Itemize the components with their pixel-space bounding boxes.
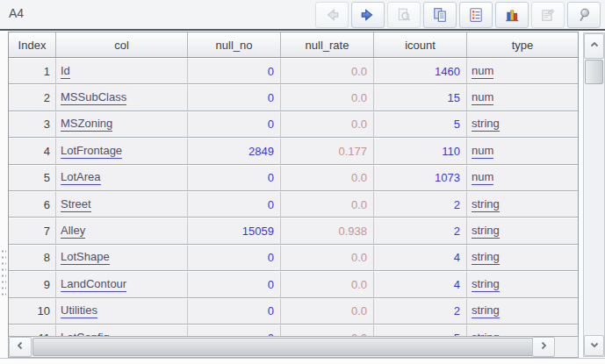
table-row: 8 LotShape 0 0.0 4 string (9, 245, 578, 271)
horizontal-scrollbar[interactable] (8, 336, 579, 358)
icount-cell: 5 (374, 325, 467, 336)
icount-cell: 4 (374, 245, 467, 271)
toolbar: A4 (0, 0, 605, 29)
column-name-link[interactable]: Alley (61, 224, 85, 239)
table-row: 1 Id 0 0.0 1460 num (9, 58, 578, 84)
null-rate-cell: 0.0 (281, 191, 374, 218)
column-name-link[interactable]: MSZoning (61, 117, 112, 132)
null-no-cell: 0 (188, 165, 281, 191)
column-name-cell: MSSubClass (56, 84, 188, 111)
scroll-up-button[interactable] (584, 33, 604, 59)
row-index-cell[interactable]: 5 (9, 165, 56, 191)
header-cell-null-rate[interactable]: null_rate (281, 32, 374, 57)
type-cell: string (467, 245, 578, 271)
preview-button[interactable] (387, 2, 421, 28)
table-row: 11 LotConfig 0 0.0 5 string (9, 325, 578, 336)
type-cell: string (467, 325, 578, 336)
table-row: 3 MSZoning 0 0.0 5 string (9, 111, 578, 138)
grid-rows: 1 Id 0 0.0 1460 num 2 MSSubClass 0 0.0 1… (9, 58, 578, 336)
row-index-cell[interactable]: 8 (9, 245, 56, 271)
header-cell-col[interactable]: col (56, 32, 188, 57)
type-cell: string (467, 218, 578, 244)
null-rate-cell: 0.0 (281, 58, 374, 84)
row-index-cell[interactable]: 2 (9, 84, 56, 111)
header-cell-icount[interactable]: icount (374, 32, 467, 57)
null-no-cell: 0 (188, 245, 281, 271)
column-name-cell: Alley (56, 218, 188, 244)
chart-button[interactable] (495, 2, 529, 28)
bar-chart-icon (504, 7, 520, 23)
row-index-cell[interactable]: 9 (9, 271, 56, 297)
push-pin-icon (576, 7, 592, 23)
null-rate-cell: 0.0 (281, 245, 374, 271)
icount-cell: 15 (374, 84, 467, 111)
null-no-cell: 0 (188, 191, 281, 218)
type-cell: string (467, 298, 578, 325)
pin-button[interactable] (567, 2, 601, 28)
type-link[interactable]: num (472, 90, 493, 105)
column-name-cell: LotShape (56, 245, 188, 271)
vertical-scroll-thumb[interactable] (585, 60, 603, 84)
null-no-cell: 0 (188, 58, 281, 84)
row-index-cell[interactable]: 4 (9, 138, 56, 164)
icount-cell: 4 (374, 271, 467, 297)
type-link[interactable]: num (472, 170, 493, 185)
type-cell: num (467, 58, 578, 84)
type-link[interactable]: string (472, 303, 500, 318)
type-cell: num (467, 138, 578, 164)
column-name-link[interactable]: LandContour (61, 277, 126, 292)
column-name-link[interactable]: MSSubClass (61, 90, 126, 105)
scroll-left-button[interactable] (9, 337, 32, 357)
column-name-link[interactable]: LotArea (61, 170, 101, 185)
icount-cell: 1073 (374, 165, 467, 191)
type-link[interactable]: string (472, 250, 500, 265)
type-link[interactable]: string (472, 224, 500, 239)
splitter-grip[interactable] (1, 248, 6, 297)
chevron-down-icon (589, 339, 600, 353)
table-row: 10 Utilities 0 0.0 2 string (9, 298, 578, 325)
data-grid: Index col null_no null_rate icount type … (8, 32, 579, 337)
table-row: 2 MSSubClass 0 0.0 15 num (9, 84, 578, 111)
column-name-link[interactable]: Street (61, 197, 91, 212)
column-name-link[interactable]: Id (61, 64, 70, 79)
header-cell-type[interactable]: type (467, 32, 578, 57)
row-index-cell[interactable]: 7 (9, 218, 56, 244)
chevron-up-icon (589, 39, 600, 53)
report-button[interactable] (531, 2, 565, 28)
data-explorer-pane: A4 (0, 0, 605, 364)
icount-cell: 1460 (374, 58, 467, 84)
null-rate-cell: 0.0 (281, 325, 374, 336)
list-button[interactable] (459, 2, 493, 28)
null-rate-cell: 0.0 (281, 298, 374, 325)
type-link[interactable]: num (472, 64, 493, 79)
column-name-link[interactable]: Utilities (61, 303, 97, 318)
header-cell-null-no[interactable]: null_no (188, 32, 281, 57)
null-no-cell: 0 (188, 298, 281, 325)
column-name-link[interactable]: LotShape (61, 250, 110, 265)
column-name-cell: LotArea (56, 165, 188, 191)
vertical-scrollbar[interactable] (583, 32, 605, 357)
type-link[interactable]: num (472, 144, 493, 159)
forward-button[interactable] (351, 2, 385, 28)
row-index-cell[interactable]: 11 (9, 325, 56, 336)
null-rate-cell: 0.0 (281, 84, 374, 111)
type-cell: num (467, 165, 578, 191)
row-index-cell[interactable]: 6 (9, 191, 56, 218)
back-button[interactable] (315, 2, 349, 28)
scroll-down-button[interactable] (584, 335, 604, 356)
type-link[interactable]: string (472, 197, 500, 212)
type-link[interactable]: string (472, 117, 500, 132)
column-name-link[interactable]: LotFrontage (61, 144, 122, 159)
copy-button[interactable] (423, 2, 457, 28)
scroll-right-button[interactable] (532, 337, 555, 357)
header-cell-index[interactable]: Index (9, 32, 56, 57)
row-index-cell[interactable]: 3 (9, 111, 56, 138)
type-cell: string (467, 111, 578, 138)
null-no-cell: 15059 (188, 218, 281, 244)
column-name-cell: LandContour (56, 271, 188, 297)
row-index-cell[interactable]: 10 (9, 298, 56, 325)
horizontal-scroll-thumb[interactable] (32, 338, 536, 356)
icount-cell: 5 (374, 111, 467, 138)
type-link[interactable]: string (472, 277, 500, 292)
row-index-cell[interactable]: 1 (9, 58, 56, 84)
